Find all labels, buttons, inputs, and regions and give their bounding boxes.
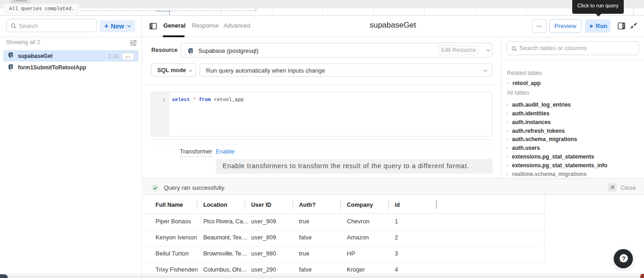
svg-text:?: ? (622, 255, 626, 262)
